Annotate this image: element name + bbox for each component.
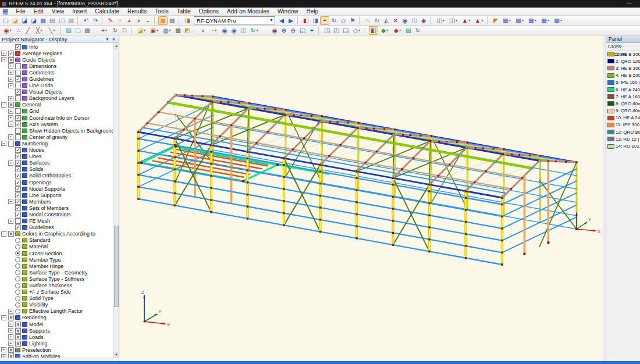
minimize-button[interactable]: — — [627, 0, 632, 8]
tree-item-axis-system[interactable]: +✓Axis System — [0, 121, 113, 127]
tree-item-nodal-constraints[interactable]: ✓Nodal Constraints — [0, 211, 113, 217]
block-library-icon[interactable]: ◪▾ — [135, 26, 148, 35]
tree-item-visual-objects[interactable]: ✓Visual Objects — [0, 89, 113, 95]
perspective-view-icon[interactable]: ◇ — [339, 16, 348, 25]
module-favorites-1-icon[interactable]: ▦▾ — [500, 16, 513, 25]
tree-item-guidelines[interactable]: ✓Guidelines — [0, 224, 113, 231]
expand-toggle-icon[interactable]: + — [8, 334, 13, 340]
zoom-window-icon[interactable]: ◱ — [298, 26, 307, 35]
tree-item-fe-mesh[interactable]: +FE Mesh — [0, 218, 113, 224]
checkbox-dimensions[interactable] — [15, 63, 21, 69]
tree-item-sets-of-members[interactable]: ✓Sets of Members — [0, 205, 113, 211]
expand-toggle-icon[interactable]: + — [8, 309, 13, 314]
load-cases-icon[interactable]: ◔ — [115, 16, 125, 25]
tree-item-average-regions[interactable]: +✓Average Regions — [0, 50, 113, 56]
cross-section-item[interactable]: 6: HE A 240 | — [606, 86, 640, 93]
tree-item-material[interactable]: Material — [0, 244, 113, 250]
cross-section-item[interactable]: 11: IPE 300 | — [606, 122, 640, 129]
zoom-out-icon[interactable]: ⊖ — [289, 26, 298, 35]
tree-item-z-surface-side[interactable]: +/- z Surface Side — [0, 289, 113, 295]
tree-item-member-hinge[interactable]: Member Hinge — [0, 263, 113, 269]
move-copy-icon[interactable]: +▾ — [98, 26, 111, 35]
module-favorites-4-icon[interactable]: ▦▾ — [539, 16, 552, 25]
tree-item-model[interactable]: +Model — [0, 321, 113, 327]
open-project-icon[interactable]: ◪ — [20, 16, 29, 25]
generate-cylinder-icon[interactable]: ◍▾ — [161, 26, 173, 35]
scrollbar-thumb[interactable] — [114, 226, 119, 308]
show-numbering-icon[interactable]: ◨ — [183, 16, 192, 25]
expand-toggle-icon[interactable]: + — [8, 63, 13, 69]
visibility-partial-icon[interactable]: ◔▾ — [207, 26, 220, 35]
tree-item-background-layers[interactable]: +Background Layers — [0, 95, 113, 102]
tree-item-guide-objects[interactable]: −Guide Objects — [0, 56, 113, 63]
module-combobox[interactable]: RF-DYNAM Pro ▼ — [194, 16, 275, 24]
cross-section-item[interactable]: 3: HE B 300 | — [606, 65, 640, 72]
checkbox-average-regions[interactable]: ✓ — [8, 51, 14, 56]
radio-surface-thickness[interactable] — [15, 283, 20, 288]
tree-item-line-supports[interactable]: ✓Line Supports — [0, 192, 113, 198]
tree-item-solid-orthotropies[interactable]: ✓Solid Orthotropies — [0, 173, 113, 179]
tree-item-preselection[interactable]: +Preselection — [0, 347, 113, 353]
radio-effective-length-factor[interactable] — [15, 309, 20, 314]
combobox-dropdown-icon[interactable]: ▼ — [268, 17, 275, 24]
render-solid-model-icon[interactable]: ◧ — [369, 26, 378, 35]
close-icon[interactable]: ✕ — [111, 37, 117, 42]
table-window-1-icon[interactable]: ◫▾ — [434, 16, 447, 25]
line-type-icon[interactable]: ╳▾ — [33, 26, 45, 35]
tree-item-loads[interactable]: +Loads — [0, 334, 113, 340]
expand-toggle-icon[interactable]: + — [1, 51, 6, 56]
cross-section-item[interactable]: 12: QRO 80x5 — [606, 129, 640, 135]
isometric-view-icon[interactable]: ◇▾ — [350, 26, 363, 35]
tree-item-lighting[interactable]: +Lighting — [0, 340, 113, 347]
expand-toggle-icon[interactable]: + — [8, 96, 13, 101]
radio-z-surface-side[interactable] — [15, 290, 20, 295]
checkbox-preselection[interactable] — [8, 347, 14, 353]
mirror-model-icon[interactable]: ◭ — [382, 16, 391, 25]
menu-view[interactable]: View — [48, 8, 69, 15]
new-line-icon[interactable]: ╱ — [23, 26, 33, 35]
tree-item-center-of-gravity[interactable]: +Center of gravity — [0, 134, 113, 140]
mesh-refine-icon[interactable]: ◩ — [183, 26, 192, 35]
menu-table[interactable]: Table — [173, 8, 195, 15]
checkbox-nodal-constraints[interactable]: ✓ — [15, 212, 21, 217]
app-menu-icon[interactable]: ▦ — [0, 8, 12, 15]
pan-view-icon[interactable]: + — [307, 26, 317, 35]
copy-load-case-icon[interactable]: ◒ — [143, 16, 152, 25]
project-objects-icon[interactable]: ⊓ — [120, 26, 129, 35]
tree-item-visibility[interactable]: Visibility — [0, 302, 113, 308]
new-model-icon[interactable]: ▢ — [1, 16, 10, 25]
tree-item-general[interactable]: −General — [0, 102, 113, 108]
checkbox-coordinate-info-on-cursor[interactable]: ✓ — [15, 115, 21, 121]
radio-cross-section[interactable] — [15, 251, 20, 256]
checkbox-general[interactable] — [8, 102, 14, 108]
tree-item-surfaces[interactable]: +✓Surfaces — [0, 160, 113, 166]
zoom-select-icon[interactable]: ◉ — [270, 26, 279, 35]
tree-item-openings[interactable]: ✓Openings — [0, 179, 113, 185]
expand-toggle-icon[interactable]: + — [1, 347, 6, 352]
expand-toggle-icon[interactable]: + — [8, 115, 13, 120]
checkbox-numbering[interactable] — [8, 141, 14, 147]
module-favorites-2-icon[interactable]: ▦▾ — [513, 16, 526, 25]
render-wireframe-icon[interactable]: ◆▾ — [378, 26, 391, 35]
menu-add-on-modules[interactable]: Add-on Modules — [223, 8, 273, 15]
tree-item-numbering[interactable]: −Numbering — [0, 140, 113, 147]
new-opening-icon[interactable]: ▢ — [73, 26, 83, 35]
display-settings-icon[interactable]: ◳ — [410, 16, 419, 25]
printout-report-1-icon[interactable]: ▲▾ — [460, 16, 472, 25]
save-icon[interactable]: ▦ — [38, 16, 48, 25]
tree-item-line-grids[interactable]: +Line Grids — [0, 83, 113, 89]
radio-standard[interactable] — [15, 238, 20, 243]
redo-icon[interactable]: ↷ — [91, 16, 100, 25]
table-layout-icon[interactable]: ▦ — [168, 16, 177, 25]
cross-section-item[interactable]: 13: RD 12 | A — [606, 135, 640, 142]
checkbox-nodal-supports[interactable]: ✓ — [15, 186, 21, 192]
checkbox-model[interactable] — [15, 322, 21, 327]
generate-box-icon[interactable]: ▣▾ — [148, 26, 161, 35]
zoom-in-icon[interactable]: ⊕ — [279, 26, 289, 35]
tree-item-member-type[interactable]: Member Type — [0, 256, 113, 263]
expand-toggle-icon[interactable]: + — [8, 328, 13, 333]
view-3d-icon[interactable]: ◓ — [320, 16, 329, 25]
checkbox-show-hidden-objects-in-background[interactable] — [15, 128, 21, 134]
tree-item-nodal-supports[interactable]: ✓Nodal Supports — [0, 185, 113, 192]
tree-item-solid-type[interactable]: Solid Type — [0, 295, 113, 302]
